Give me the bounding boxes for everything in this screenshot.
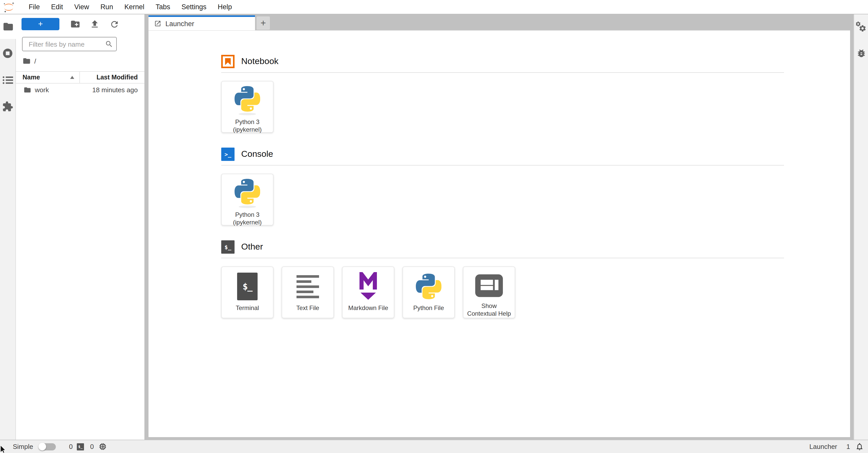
launch-icon bbox=[154, 20, 161, 27]
card-label: Show Contextual Help bbox=[467, 302, 511, 318]
section-title: Notebook bbox=[241, 56, 279, 67]
notifications-count[interactable]: 1 bbox=[846, 443, 850, 450]
python-logo-icon bbox=[416, 274, 441, 299]
workspace: + bbox=[0, 15, 868, 440]
launcher-card-notebook-python3[interactable]: Python 3 (ipykernel) bbox=[221, 81, 274, 133]
section-divider bbox=[221, 72, 784, 73]
menu-view[interactable]: View bbox=[69, 3, 95, 11]
launcher-panel: Notebook bbox=[149, 30, 850, 437]
left-activity-bar bbox=[0, 15, 16, 440]
menu-help[interactable]: Help bbox=[212, 3, 238, 11]
tab-launcher[interactable]: Launcher bbox=[149, 16, 255, 30]
launcher-card-terminal[interactable]: $_ Terminal bbox=[221, 266, 274, 318]
simple-mode-toggle[interactable] bbox=[38, 443, 56, 450]
terminal-icon: $_ bbox=[221, 240, 235, 254]
terminal-status-icon: $_ bbox=[77, 443, 84, 450]
new-launcher-button[interactable]: + bbox=[22, 18, 59, 30]
python-logo-icon bbox=[235, 179, 260, 204]
jupyterlab-app: File Edit View Run Kernel Tabs Settings … bbox=[0, 0, 868, 453]
new-folder-icon bbox=[70, 19, 81, 29]
menu-settings[interactable]: Settings bbox=[176, 3, 212, 11]
menu-tabs[interactable]: Tabs bbox=[150, 3, 176, 11]
terminals-count[interactable]: 0 bbox=[69, 443, 73, 450]
launcher-section-console: >_ Console bbox=[221, 148, 784, 225]
list-bullets-icon bbox=[2, 75, 13, 85]
terminal-icon: $_ bbox=[237, 273, 257, 300]
column-name-label: Name bbox=[23, 74, 40, 81]
file-row-work[interactable]: work 18 minutes ago bbox=[16, 84, 145, 96]
new-folder-button[interactable] bbox=[69, 18, 82, 30]
text-lines-icon bbox=[297, 275, 319, 298]
stop-circle-icon bbox=[2, 48, 13, 59]
folder-icon bbox=[2, 21, 13, 32]
card-label: Python File bbox=[413, 304, 444, 312]
new-tab-button[interactable]: + bbox=[256, 17, 270, 30]
sidebar-tab-property-inspector[interactable] bbox=[854, 15, 868, 39]
column-header-last-modified[interactable]: Last Modified bbox=[80, 74, 145, 81]
breadcrumb: / bbox=[23, 57, 145, 65]
notification-bell-icon[interactable] bbox=[855, 442, 864, 451]
sidebar-tab-extensions[interactable] bbox=[0, 94, 16, 119]
file-browser-toolbar: + bbox=[16, 18, 145, 30]
dock-tab-bar: Launcher + bbox=[149, 15, 850, 30]
section-divider bbox=[221, 258, 784, 258]
menu-kernel[interactable]: Kernel bbox=[119, 3, 150, 11]
launcher-card-markdown-file[interactable]: Markdown File bbox=[342, 266, 394, 318]
status-bar: Simple 0 $_ 0 Launcher 1 bbox=[0, 440, 868, 453]
right-activity-bar bbox=[854, 15, 868, 440]
launcher-section-notebook: Notebook bbox=[221, 55, 784, 133]
logo-shadow bbox=[239, 113, 256, 115]
markdown-icon bbox=[360, 272, 377, 301]
main-dock-panel: Launcher + bbox=[149, 15, 850, 437]
launcher-card-console-python3[interactable]: Python 3 (ipykernel) bbox=[221, 174, 274, 225]
menu-file[interactable]: File bbox=[23, 3, 45, 11]
launcher-card-python-file[interactable]: Python File bbox=[403, 266, 455, 318]
filter-files-input[interactable] bbox=[28, 40, 105, 49]
jupyter-logo-icon bbox=[3, 1, 14, 12]
menu-items: File Edit View Run Kernel Tabs Settings … bbox=[23, 3, 238, 11]
file-list-header: Name Last Modified bbox=[16, 71, 145, 84]
sidebar-tab-debugger[interactable] bbox=[854, 41, 868, 65]
launcher-section-other: $_ Other $_ Terminal bbox=[221, 240, 784, 318]
card-label: Markdown File bbox=[348, 304, 388, 312]
home-folder-icon[interactable] bbox=[23, 57, 31, 65]
console-icon: >_ bbox=[221, 148, 235, 161]
upload-icon bbox=[90, 19, 100, 29]
menu-edit[interactable]: Edit bbox=[45, 3, 69, 11]
status-bar-right: Launcher 1 bbox=[809, 442, 868, 451]
section-title: Other bbox=[241, 242, 263, 252]
file-browser-panel: + bbox=[16, 15, 145, 440]
card-label: Python 3 (ipykernel) bbox=[233, 211, 262, 227]
section-title: Console bbox=[241, 149, 273, 159]
bug-icon bbox=[856, 48, 866, 58]
sidebar-tab-file-browser[interactable] bbox=[0, 15, 16, 39]
toggle-knob bbox=[38, 443, 46, 450]
current-activity-label: Launcher bbox=[809, 443, 837, 450]
section-divider bbox=[221, 165, 784, 166]
card-label: Terminal bbox=[236, 304, 259, 312]
launcher-card-text-file[interactable]: Text File bbox=[282, 266, 334, 318]
file-name: work bbox=[35, 86, 49, 94]
status-bar-left: Simple 0 $_ 0 bbox=[0, 442, 107, 451]
sort-ascending-icon bbox=[70, 76, 74, 79]
sidebar-tab-running-sessions[interactable] bbox=[0, 41, 16, 65]
tab-launcher-label: Launcher bbox=[165, 20, 194, 27]
column-header-name[interactable]: Name bbox=[16, 72, 80, 83]
refresh-button[interactable] bbox=[108, 18, 120, 30]
file-modified: 18 minutes ago bbox=[92, 86, 145, 94]
menu-bar: File Edit View Run Kernel Tabs Settings … bbox=[0, 0, 868, 15]
card-label: Text File bbox=[296, 304, 319, 312]
puzzle-icon bbox=[2, 101, 13, 112]
launcher-card-show-contextual-help[interactable]: Show Contextual Help bbox=[463, 266, 515, 318]
sidebar-tab-table-of-contents[interactable] bbox=[0, 68, 16, 92]
kernels-count[interactable]: 0 bbox=[90, 443, 94, 450]
layout-panes-icon bbox=[475, 274, 503, 297]
menu-run[interactable]: Run bbox=[95, 3, 119, 11]
card-label: Python 3 (ipykernel) bbox=[233, 118, 262, 134]
logo-shadow bbox=[239, 205, 256, 208]
upload-button[interactable] bbox=[89, 18, 101, 30]
notebook-icon bbox=[221, 55, 235, 68]
breadcrumb-root[interactable]: / bbox=[34, 57, 36, 65]
search-icon bbox=[105, 40, 113, 48]
python-logo-icon bbox=[235, 86, 260, 112]
